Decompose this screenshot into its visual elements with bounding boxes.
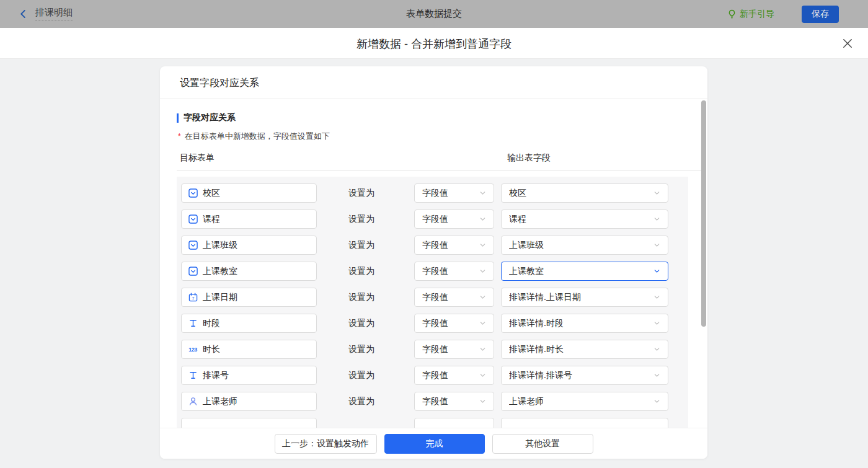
set-as-label: 设置为 — [348, 188, 378, 199]
column-headers: 目标表单 输出表字段 — [160, 152, 707, 165]
chevron-down-icon — [653, 370, 660, 381]
target-field-teacher[interactable]: 上课老师 — [181, 392, 317, 411]
chevron-down-icon — [479, 344, 486, 355]
chevron-down-icon — [653, 396, 660, 407]
target-field-course[interactable]: 课程 — [181, 210, 317, 229]
output-field-dropdown[interactable]: 排课详情.时长 — [501, 340, 668, 359]
target-field-label: 时长 — [203, 344, 220, 355]
chevron-down-icon — [653, 266, 660, 277]
mapping-row: 123 时长 设置为 字段值 排课详情.时长 — [181, 340, 688, 359]
target-field-label: 校区 — [203, 188, 220, 199]
output-field-dropdown[interactable]: 排课详情.排课号 — [501, 366, 668, 385]
output-field-dropdown[interactable]: 校区 — [501, 183, 668, 203]
mapping-row: 7 上课日期 设置为 字段值 排课详情.上课日期 — [181, 288, 688, 307]
chevron-down-icon — [653, 240, 660, 251]
output-field-dropdown[interactable] — [501, 418, 668, 428]
chevron-down-icon — [479, 214, 486, 225]
set-as-label: 设置为 — [348, 240, 378, 251]
target-field-label: 上课日期 — [203, 292, 237, 303]
section-accent-bar — [177, 113, 179, 123]
value-type-dropdown[interactable]: 字段值 — [414, 210, 494, 229]
select-field-icon — [188, 241, 198, 250]
lightbulb-icon — [727, 9, 737, 19]
value-type-dropdown[interactable]: 字段值 — [414, 314, 494, 333]
value-type-dropdown[interactable]: 字段值 — [414, 236, 494, 255]
set-as-label: 设置为 — [348, 292, 378, 303]
target-field-classroom[interactable]: 上课教室 — [181, 262, 317, 281]
output-field-dropdown[interactable]: 排课详情.时段 — [501, 314, 668, 333]
header-divider — [177, 170, 705, 171]
value-type-dropdown[interactable]: 字段值 — [414, 288, 494, 307]
person-icon — [188, 397, 198, 407]
mapping-row: 上课老师 设置为 字段值 上课老师 — [181, 392, 688, 411]
chevron-down-icon — [479, 370, 486, 381]
column-header-target-form: 目标表单 — [180, 152, 215, 164]
column-header-output-fields: 输出表字段 — [507, 152, 551, 164]
target-field-schedule-number[interactable]: 排课号 — [181, 366, 317, 385]
value-type-dropdown[interactable]: 字段值 — [414, 340, 494, 359]
card-footer: 上一步：设置触发动作 完成 其他设置 — [160, 428, 707, 459]
output-field-dropdown[interactable]: 课程 — [501, 210, 668, 229]
value-type-dropdown[interactable]: 字段值 — [414, 183, 494, 203]
value-type-dropdown[interactable]: 字段值 — [414, 392, 494, 411]
chevron-down-icon — [479, 396, 486, 407]
chevron-down-icon — [653, 344, 660, 355]
field-mapping-card: 设置字段对应关系 字段对应关系 * 在目标表单中新增数据，字段值设置如下 目标表… — [160, 66, 707, 459]
vertical-scrollbar-thumb[interactable] — [701, 100, 706, 327]
target-field-duration[interactable]: 123 时长 — [181, 340, 317, 359]
chevron-down-icon — [479, 240, 486, 251]
beginner-guide-link[interactable]: 新手引导 — [727, 9, 774, 20]
output-field-dropdown[interactable]: 排课详情.上课日期 — [501, 288, 668, 307]
card-header-title: 设置字段对应关系 — [160, 66, 707, 99]
calendar-icon: 7 — [188, 293, 198, 302]
chevron-down-icon — [653, 188, 660, 199]
mapping-row-partial — [181, 418, 688, 428]
section-title-text: 字段对应关系 — [184, 112, 236, 123]
target-field-label: 课程 — [203, 214, 220, 225]
chevron-down-icon — [653, 214, 660, 225]
target-field-campus[interactable]: 校区 — [181, 183, 317, 203]
previous-step-button[interactable]: 上一步：设置触发动作 — [275, 434, 377, 454]
output-field-dropdown[interactable]: 上课班级 — [501, 236, 668, 255]
back-button[interactable]: 排课明细 — [19, 7, 73, 21]
text-field-icon — [188, 319, 198, 329]
save-button[interactable]: 保存 — [802, 6, 839, 23]
value-type-dropdown[interactable]: 字段值 — [414, 366, 494, 385]
back-label: 排课明细 — [35, 7, 73, 21]
target-field-label: 排课号 — [203, 370, 229, 381]
target-field-class[interactable]: 上课班级 — [181, 236, 317, 255]
modal-header: 新增数据 - 合并新增到普通字段 — [0, 28, 868, 59]
target-field-class-date[interactable]: 7 上课日期 — [181, 288, 317, 307]
set-as-label: 设置为 — [348, 344, 378, 355]
target-field-time-period[interactable]: 时段 — [181, 314, 317, 333]
set-as-label: 设置为 — [348, 370, 378, 381]
chevron-down-icon — [653, 292, 660, 303]
target-field-label: 上课老师 — [203, 396, 237, 407]
set-as-label: 设置为 — [348, 318, 378, 329]
text-field-icon — [188, 371, 198, 381]
close-icon[interactable] — [842, 38, 853, 49]
value-type-dropdown[interactable] — [414, 418, 494, 428]
guide-label: 新手引导 — [740, 9, 774, 20]
section-title: 字段对应关系 — [177, 112, 707, 123]
topbar-right: 新手引导 保存 — [727, 0, 868, 28]
top-bar: 排课明细 表单数据提交 新手引导 保存 — [0, 0, 868, 28]
mapping-row: 上课教室 设置为 字段值 上课教室 — [181, 262, 688, 281]
output-field-dropdown[interactable]: 上课老师 — [501, 392, 668, 411]
mapping-row: 排课号 设置为 字段值 排课详情.排课号 — [181, 366, 688, 385]
required-asterisk: * — [178, 131, 181, 141]
svg-text:7: 7 — [192, 296, 194, 301]
set-as-label: 设置为 — [348, 266, 378, 277]
modal-title: 新增数据 - 合并新增到普通字段 — [0, 37, 868, 51]
page-root: 排课明细 表单数据提交 新手引导 保存 新增数据 - 合并新增到普通字段 — [0, 0, 868, 468]
target-field-label: 时段 — [203, 318, 220, 329]
done-button[interactable]: 完成 — [384, 434, 485, 454]
chevron-down-icon — [479, 188, 486, 199]
other-settings-button[interactable]: 其他设置 — [492, 434, 593, 454]
set-as-label: 设置为 — [348, 214, 378, 225]
output-field-dropdown-focused[interactable]: 上课教室 — [501, 262, 668, 281]
value-type-dropdown[interactable]: 字段值 — [414, 262, 494, 281]
target-field-partial[interactable] — [181, 418, 317, 428]
mapping-row: 课程 设置为 字段值 课程 — [181, 210, 688, 229]
field-mapping-list: 校区 设置为 字段值 校区 — [177, 177, 688, 428]
